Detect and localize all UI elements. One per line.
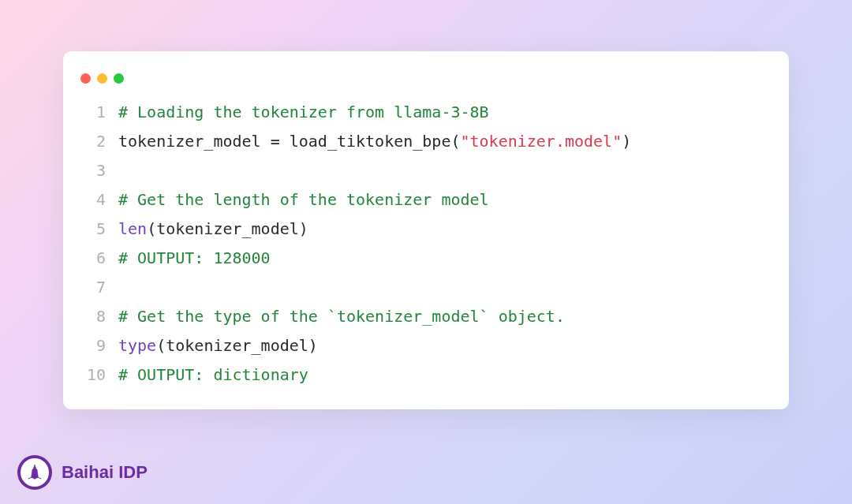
code-line: 7 (80, 273, 772, 302)
line-content: type(tokenizer_model) (118, 331, 318, 360)
code-line: 4# Get the length of the tokenizer model (80, 185, 772, 215)
line-content: len(tokenizer_model) (118, 215, 308, 244)
code-line: 3 (80, 156, 772, 185)
brand: Baihai IDP (17, 455, 148, 490)
line-number: 5 (80, 215, 106, 244)
lighthouse-icon (25, 463, 44, 482)
line-number: 3 (80, 156, 106, 185)
line-content: # Get the type of the `tokenizer_model` … (118, 302, 565, 331)
code-line: 5len(tokenizer_model) (80, 215, 772, 244)
code-line: 1# Loading the tokenizer from llama-3-8B (80, 98, 772, 127)
code-area: 1# Loading the tokenizer from llama-3-8B… (63, 98, 789, 390)
line-number: 9 (80, 331, 106, 360)
code-line: 10# OUTPUT: dictionary (80, 360, 772, 390)
brand-logo-icon (17, 455, 52, 490)
line-number: 10 (80, 360, 106, 390)
code-line: 2tokenizer_model = load_tiktoken_bpe("to… (80, 127, 772, 156)
line-content (118, 273, 128, 302)
close-icon[interactable] (80, 73, 91, 84)
line-number: 8 (80, 302, 106, 331)
line-number: 7 (80, 273, 106, 302)
minimize-icon[interactable] (97, 73, 107, 84)
line-number: 6 (80, 244, 106, 273)
line-content: tokenizer_model = load_tiktoken_bpe("tok… (118, 127, 631, 156)
code-line: 6# OUTPUT: 128000 (80, 244, 772, 273)
line-content (118, 156, 128, 185)
line-content: # Get the length of the tokenizer model (118, 185, 489, 215)
line-number: 4 (80, 185, 106, 215)
line-content: # Loading the tokenizer from llama-3-8B (118, 98, 489, 127)
code-line: 8# Get the type of the `tokenizer_model`… (80, 302, 772, 331)
line-number: 1 (80, 98, 106, 127)
line-content: # OUTPUT: 128000 (118, 244, 271, 273)
line-number: 2 (80, 127, 106, 156)
brand-name: Baihai IDP (62, 462, 148, 483)
code-window: 1# Loading the tokenizer from llama-3-8B… (63, 51, 789, 409)
maximize-icon[interactable] (114, 73, 124, 84)
code-line: 9type(tokenizer_model) (80, 331, 772, 360)
line-content: # OUTPUT: dictionary (118, 360, 308, 390)
window-controls (63, 67, 789, 98)
